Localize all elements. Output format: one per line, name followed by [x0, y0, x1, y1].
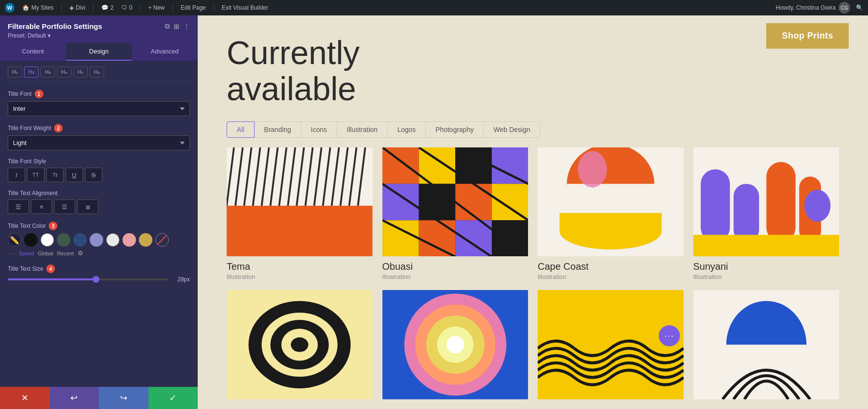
divi-item[interactable]: ◈ Divi: [69, 4, 85, 11]
heading-h4-btn[interactable]: H₄: [57, 66, 71, 78]
color-black-swatch[interactable]: [24, 233, 38, 247]
svg-point-69: [291, 338, 308, 352]
capitalize-btn[interactable]: Tt: [46, 168, 64, 182]
align-left-btn[interactable]: ☰: [8, 199, 29, 214]
align-right-btn[interactable]: ☰: [54, 199, 75, 214]
save-button[interactable]: ✓: [149, 387, 198, 409]
my-sites-item[interactable]: 🏠 My Sites: [22, 4, 54, 11]
new-item[interactable]: + New: [148, 4, 164, 11]
title-font-label: Title Font 1: [8, 90, 190, 98]
color-pink-swatch[interactable]: [122, 233, 136, 247]
strikethrough-btn[interactable]: S: [85, 168, 102, 182]
align-center-btn[interactable]: ≡: [31, 199, 52, 214]
filter-tab-photography[interactable]: Photography: [425, 121, 484, 138]
panel-preset[interactable]: Preset: Default ▾: [8, 32, 190, 39]
heading-h3-btn[interactable]: H₃: [41, 66, 55, 78]
color-white-swatch[interactable]: [41, 233, 54, 247]
cancel-button[interactable]: ✕: [0, 387, 50, 409]
portfolio-item-row2-4[interactable]: [693, 290, 840, 404]
copy-icon[interactable]: ⧉: [165, 22, 170, 30]
panel-title: Filterable Portfolio Settings: [8, 22, 102, 30]
search-icon[interactable]: 🔍: [856, 4, 863, 11]
comment-count-item[interactable]: 🗨 0: [122, 4, 133, 11]
italic-btn[interactable]: I: [8, 168, 25, 182]
menu-icon[interactable]: ⋮: [183, 23, 190, 30]
filter-tab-branding[interactable]: Branding: [254, 121, 301, 138]
bar-separator-4: [173, 4, 173, 12]
title-text-alignment-label: Title Text Alignment: [8, 190, 190, 197]
color-saved-link[interactable]: Saved: [19, 251, 34, 256]
admin-bar-right: Howdy, Christina Gwira CG 🔍: [776, 2, 863, 13]
underline-btn[interactable]: U: [66, 168, 83, 182]
tab-advanced[interactable]: Advanced: [132, 43, 198, 61]
svg-point-55: [578, 151, 607, 187]
portfolio-name-cape-coast: Cape Coast: [538, 261, 684, 272]
tab-content[interactable]: Content: [0, 43, 66, 61]
wp-logo-icon[interactable]: W: [5, 3, 14, 13]
svg-point-62: [804, 189, 830, 222]
portfolio-cat-tema: Illustration: [227, 273, 373, 280]
color-dark-blue-swatch[interactable]: [73, 233, 87, 247]
portfolio-item-cape-coast[interactable]: Cape Coast Illustration: [538, 147, 684, 281]
title-text-size-row: Title Text Size 4 28px: [8, 264, 190, 283]
panel-header: Filterable Portfolio Settings ⧉ ⊞ ⋮ Pres…: [0, 15, 198, 43]
portfolio-name-tema: Tema: [227, 261, 373, 272]
exit-visual-builder-item[interactable]: Exit Visual Builder: [222, 4, 269, 11]
color-light-gray-swatch[interactable]: [106, 233, 120, 247]
title-text-alignment-row: Title Text Alignment ☰ ≡ ☰ ≣: [8, 190, 190, 214]
color-global-link[interactable]: Global: [38, 251, 53, 256]
color-more-dots[interactable]: ···: [8, 251, 15, 256]
main-layout: Filterable Portfolio Settings ⧉ ⊞ ⋮ Pres…: [0, 15, 868, 409]
portfolio-item-obuasi[interactable]: Obuasi Illustration: [382, 147, 529, 281]
svg-rect-76: [538, 290, 684, 399]
uppercase-btn[interactable]: TT: [27, 168, 44, 182]
filter-tab-illustration[interactable]: Illustration: [337, 121, 388, 138]
heading-selector-row: H₁ H₂ H₃ H₄ H₅ H₆: [8, 66, 190, 82]
panel-footer: ✕ ↩ ↪ ✓: [0, 387, 198, 409]
title-text-size-slider[interactable]: [8, 278, 168, 280]
color-dark-green-swatch[interactable]: [57, 233, 70, 247]
title-font-select[interactable]: Inter Roboto Open Sans Lato Montserrat: [8, 101, 190, 116]
slider-fill: [8, 278, 96, 280]
bar-separator-5: [214, 4, 214, 12]
title-font-weight-select[interactable]: Thin Light Regular Medium Bold Extra Bol…: [8, 135, 190, 150]
undo-button[interactable]: ↩: [50, 387, 99, 409]
filter-tab-logos[interactable]: Logos: [387, 121, 426, 138]
color-picker-swatch[interactable]: ✏️: [8, 233, 21, 247]
portfolio-item-row2-1[interactable]: [227, 290, 373, 404]
redo-button[interactable]: ↪: [99, 387, 149, 409]
color-gold-swatch[interactable]: [139, 233, 152, 247]
portfolio-item-tema[interactable]: Tema Illustration: [227, 147, 373, 281]
grid-icon[interactable]: ⊞: [174, 23, 179, 30]
shop-prints-button[interactable]: Shop Prints: [766, 23, 849, 49]
color-gear-icon[interactable]: ⚙: [78, 250, 83, 257]
edit-page-item[interactable]: Edit Page: [181, 4, 206, 11]
svg-rect-35: [455, 147, 492, 184]
portfolio-item-row2-2[interactable]: [382, 290, 529, 404]
color-recent-link[interactable]: Recent: [57, 251, 74, 256]
svg-rect-36: [491, 147, 528, 184]
svg-rect-57: [701, 169, 730, 242]
portfolio-item-row2-3[interactable]: [538, 290, 684, 404]
heading-h6-btn[interactable]: H₆: [90, 66, 104, 78]
align-justify-btn[interactable]: ≣: [77, 199, 98, 214]
filter-tab-icons[interactable]: Icons: [301, 121, 337, 138]
tab-design[interactable]: Design: [66, 43, 132, 61]
heading-h1-btn[interactable]: H₁: [8, 66, 22, 78]
svg-rect-59: [766, 162, 796, 242]
slider-row: 28px: [8, 276, 190, 283]
color-none-swatch[interactable]: [155, 233, 169, 247]
more-fab-button[interactable]: ···: [659, 325, 680, 346]
heading-h5-btn[interactable]: H₅: [73, 66, 88, 78]
title-text-size-value: 28px: [173, 276, 190, 283]
bubble-count-item[interactable]: 💬 2: [101, 4, 114, 11]
bar-separator-3: [140, 4, 140, 12]
align-buttons: ☰ ≡ ☰ ≣: [8, 199, 190, 214]
svg-rect-42: [419, 220, 455, 257]
filter-tab-webdesign[interactable]: Web Design: [483, 121, 540, 138]
portfolio-item-sunyani[interactable]: Sunyani Illustration: [693, 147, 840, 281]
color-lavender-swatch[interactable]: [90, 233, 103, 247]
filter-tab-all[interactable]: All: [227, 121, 255, 138]
color-meta-row: ··· Saved Global Recent ⚙: [8, 250, 190, 257]
heading-h2-btn[interactable]: H₂: [24, 66, 39, 78]
